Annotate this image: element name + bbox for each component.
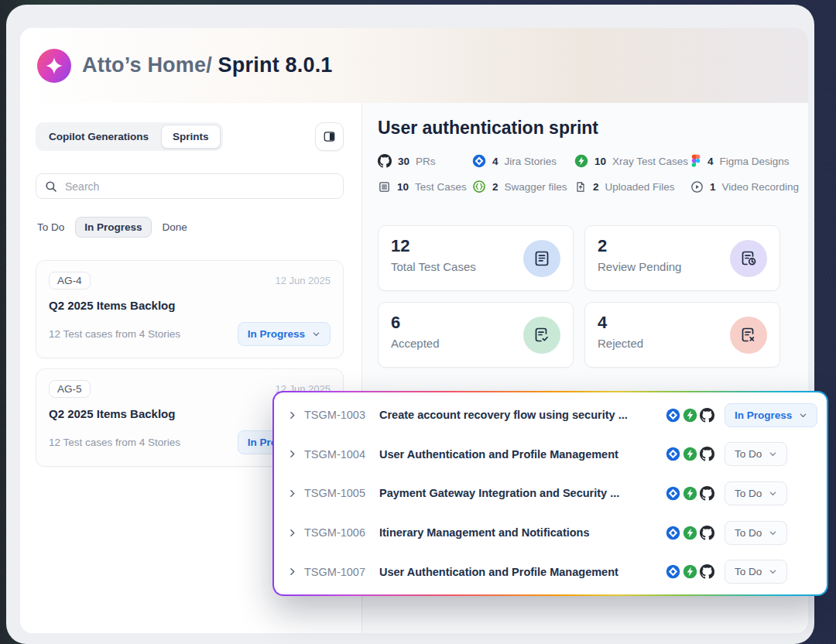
github-icon <box>700 408 714 423</box>
chevron-right-icon[interactable] <box>287 567 304 577</box>
jira-icon <box>666 447 680 461</box>
file-check-icon <box>533 326 551 344</box>
task-id: TSGM-1004 <box>304 448 379 461</box>
upload-file-icon <box>574 180 587 194</box>
task-title: Itinerary Management and Notifications <box>379 526 666 539</box>
sprint-title: User authentication sprint <box>378 118 598 139</box>
tab-sprints[interactable]: Sprints <box>161 125 221 149</box>
chevron-down-icon <box>769 567 777 576</box>
jira-icon <box>666 486 680 501</box>
stat-xray-test-cases: 10Xray Test Cases <box>574 154 690 168</box>
filter-todo[interactable]: To Do <box>37 221 64 233</box>
stats-row-1: 30PRs 4Jira Stories 10Xray Test Cases 4F… <box>378 154 790 168</box>
task-list-overlay: TSGM-1003 Create account recovery flow u… <box>272 391 828 596</box>
github-icon <box>700 447 714 461</box>
task-status-dropdown[interactable]: To Do <box>725 442 787 466</box>
video-icon <box>690 180 704 194</box>
xray-icon <box>683 447 697 461</box>
xray-icon <box>574 154 588 168</box>
file-clock-icon <box>739 249 758 268</box>
xray-icon <box>683 486 697 501</box>
card-title: Q2 2025 Items Backlog <box>49 299 331 312</box>
summary-card-review-pending: 2 Review Pending <box>584 225 780 291</box>
summary-card-rejected: 4 Rejected <box>584 302 780 368</box>
swagger-icon <box>472 180 486 194</box>
github-icon <box>700 526 714 540</box>
task-status-dropdown[interactable]: To Do <box>725 481 787 505</box>
test-cases-icon <box>378 180 391 194</box>
page-title: Atto’s Home/ Sprint 8.0.1 <box>82 53 333 77</box>
search-icon <box>44 180 58 194</box>
chevron-down-icon <box>312 330 320 338</box>
jira-icon <box>666 526 680 540</box>
task-row-tsgm-1006[interactable]: TSGM-1006 Itinerary Management and Notif… <box>274 513 827 553</box>
status-filters: To Do In Progress Done <box>37 217 187 238</box>
card-id-badge: AG-5 <box>49 380 91 398</box>
stat-video-recording: 1Video Recording <box>690 180 799 194</box>
xray-icon <box>683 526 697 540</box>
task-source-icons <box>666 486 725 501</box>
sprint-card-ag4[interactable]: AG-4 12 Jun 2025 Q2 2025 Items Backlog 1… <box>36 260 344 358</box>
task-id: TSGM-1006 <box>304 526 379 539</box>
card-subtitle: 12 Test cases from 4 Stories <box>49 437 180 448</box>
task-row-tsgm-1003[interactable]: TSGM-1003 Create account recovery flow u… <box>274 396 827 435</box>
search-input[interactable] <box>65 180 335 193</box>
stat-swagger-files: 2Swagger files <box>472 180 574 194</box>
card-id-badge: AG-4 <box>49 272 91 289</box>
chevron-right-icon[interactable] <box>287 410 304 420</box>
card-status-dropdown[interactable]: In Progress <box>238 322 331 346</box>
summary-card-total: 12 Total Test Cases <box>378 225 574 291</box>
task-source-icons <box>666 526 725 540</box>
file-x-icon <box>739 326 758 344</box>
jira-icon <box>472 154 486 168</box>
tab-group: Copilot Generations Sprints <box>36 122 223 151</box>
task-title: User Authentication and Profile Manageme… <box>379 566 666 578</box>
task-row-tsgm-1007[interactable]: TSGM-1007 User Authentication and Profil… <box>274 552 827 591</box>
task-source-icons <box>666 408 725 423</box>
chevron-down-icon <box>769 489 777 498</box>
sidebar-toggle-button[interactable] <box>315 122 344 151</box>
xray-icon <box>683 408 697 423</box>
chevron-right-icon[interactable] <box>287 488 304 498</box>
app-logo <box>37 49 71 83</box>
tab-copilot-generations[interactable]: Copilot Generations <box>38 125 159 149</box>
xray-icon <box>683 564 697 579</box>
stat-figma-designs: 4Figma Designs <box>690 154 790 168</box>
task-id: TSGM-1003 <box>304 409 379 421</box>
github-icon <box>378 154 392 168</box>
app-header: Atto’s Home/ Sprint 8.0.1 <box>20 28 808 103</box>
chevron-down-icon <box>769 450 777 458</box>
filter-done[interactable]: Done <box>163 221 187 233</box>
task-title: User Authentication and Profile Manageme… <box>379 448 666 461</box>
chevron-down-icon <box>769 529 777 537</box>
stats-row-2: 10Test Cases 2Swagger files 2Uploaded Fi… <box>378 180 799 194</box>
chevron-right-icon[interactable] <box>287 528 304 538</box>
task-title: Create account recovery flow using secur… <box>379 409 666 421</box>
chevron-down-icon <box>799 411 807 420</box>
github-icon <box>700 564 714 579</box>
filter-in-progress[interactable]: In Progress <box>75 217 151 238</box>
task-status-dropdown[interactable]: In Progress <box>725 403 817 427</box>
card-date: 12 Jun 2025 <box>275 275 331 286</box>
stat-prs: 30PRs <box>378 154 472 168</box>
chevron-right-icon[interactable] <box>287 449 304 459</box>
stat-uploaded-files: 2Uploaded Files <box>574 180 690 194</box>
breadcrumb: Atto’s Home/ <box>82 53 212 77</box>
task-row-tsgm-1005[interactable]: TSGM-1005 Payment Gateway Integration an… <box>274 474 827 513</box>
task-status-dropdown[interactable]: To Do <box>725 521 787 545</box>
stat-test-cases: 10Test Cases <box>378 180 472 194</box>
task-source-icons <box>666 564 725 579</box>
figma-icon <box>690 154 701 168</box>
task-source-icons <box>666 447 725 461</box>
sidebar-toggle-icon <box>323 130 336 143</box>
jira-icon <box>666 408 680 423</box>
task-id: TSGM-1007 <box>304 566 379 578</box>
task-status-dropdown[interactable]: To Do <box>725 560 787 584</box>
search-bar <box>36 173 344 199</box>
file-text-icon <box>533 249 551 268</box>
sparkle-icon <box>44 56 64 76</box>
task-row-tsgm-1004[interactable]: TSGM-1004 User Authentication and Profil… <box>274 435 827 474</box>
card-subtitle: 12 Test cases from 4 Stories <box>49 328 180 340</box>
stat-jira-stories: 4Jira Stories <box>472 154 574 168</box>
task-title: Payment Gateway Integration and Security… <box>379 487 666 499</box>
